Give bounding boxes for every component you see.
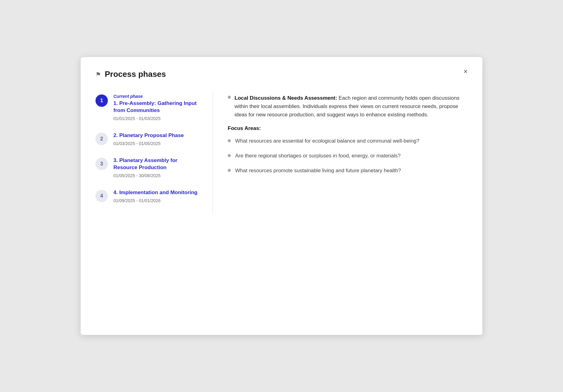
phase-item-3[interactable]: 3 3. Planetary Assembly for Resource Pro…	[95, 157, 203, 178]
phase-title-3: 3. Planetary Assembly for Resource Produ…	[113, 157, 203, 171]
phase-dates-1: 01/01/2025 - 01/03/2025	[113, 116, 203, 121]
process-phases-modal: ⚑ Process phases × 1 Current phase 1. Pr…	[81, 57, 482, 335]
modal-header: ⚑ Process phases	[95, 69, 468, 79]
focus-list: What resources are essential for ecologi…	[228, 137, 468, 175]
phase-title-1: 1. Pre-Assembly: Gathering Input from Co…	[113, 100, 203, 114]
modal-body: 1 Current phase 1. Pre-Assembly: Gatheri…	[95, 91, 468, 214]
focus-bullet-2	[228, 154, 231, 157]
phase-detail: Local Discussions & Needs Assessment: Ea…	[213, 91, 468, 214]
focus-bullet-3	[228, 169, 231, 172]
phases-sidebar: 1 Current phase 1. Pre-Assembly: Gatheri…	[95, 91, 213, 214]
phase-dates-2: 01/03/2025 - 01/05/2025	[113, 141, 203, 146]
focus-item-text-1: What resources are essential for ecologi…	[235, 137, 419, 145]
focus-item-text-3: What resources promote sustainable livin…	[235, 167, 401, 175]
phase-content-1: Current phase 1. Pre-Assembly: Gathering…	[113, 94, 203, 121]
focus-item-1: What resources are essential for ecologi…	[228, 137, 468, 145]
modal-title: Process phases	[105, 69, 166, 79]
phase-dates-4: 01/09/2025 - 01/01/2026	[113, 198, 203, 203]
intro-title: Local Discussions & Needs Assessment:	[235, 95, 337, 101]
phase-content-4: 4. Implementation and Monitoring 01/09/2…	[113, 189, 203, 203]
phase-item-4[interactable]: 4 4. Implementation and Monitoring 01/09…	[95, 189, 203, 203]
focus-item-2: Are there regional shortages or surpluse…	[228, 152, 468, 160]
focus-bullet-1	[228, 139, 231, 142]
detail-intro-text: Local Discussions & Needs Assessment: Ea…	[235, 94, 468, 119]
phase-title-2: 2. Planetary Proposal Phase	[113, 132, 203, 139]
intro-bullet	[228, 96, 231, 99]
focus-item-text-2: Are there regional shortages or surpluse…	[235, 152, 400, 160]
phase-number-1: 1	[95, 94, 108, 107]
detail-intro: Local Discussions & Needs Assessment: Ea…	[228, 94, 468, 119]
current-phase-label: Current phase	[113, 94, 203, 99]
phase-content-3: 3. Planetary Assembly for Resource Produ…	[113, 157, 203, 178]
detail-intro-section: Local Discussions & Needs Assessment: Ea…	[228, 94, 468, 175]
phase-dates-3: 01/05/2025 - 30/08/2025	[113, 173, 203, 178]
close-button[interactable]: ×	[464, 68, 468, 75]
phase-number-4: 4	[95, 190, 108, 202]
phase-content-2: 2. Planetary Proposal Phase 01/03/2025 -…	[113, 132, 203, 146]
phase-title-4: 4. Implementation and Monitoring	[113, 189, 203, 196]
phase-item-2[interactable]: 2 2. Planetary Proposal Phase 01/03/2025…	[95, 132, 203, 146]
focus-areas-label: Focus Areas:	[228, 125, 468, 131]
phase-number-2: 2	[95, 133, 108, 145]
phase-number-3: 3	[95, 158, 108, 170]
focus-item-3: What resources promote sustainable livin…	[228, 167, 468, 175]
flag-icon: ⚑	[95, 71, 101, 78]
phase-item-1[interactable]: 1 Current phase 1. Pre-Assembly: Gatheri…	[95, 94, 203, 121]
